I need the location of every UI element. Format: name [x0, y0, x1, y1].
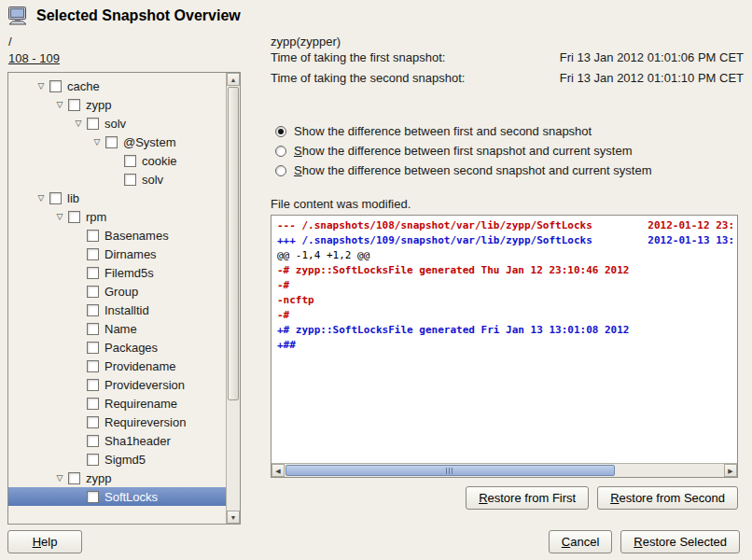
tree-item-filemd5s[interactable]: Filemd5s — [8, 263, 226, 282]
restore-from-second-button[interactable]: Restore from Second — [597, 486, 738, 510]
tree-item-basenames[interactable]: Basenames — [8, 226, 226, 245]
checkbox-@system[interactable] — [105, 136, 118, 148]
tree-item-label: Providename — [104, 359, 176, 373]
diff-line: +## — [277, 338, 736, 353]
expander-open-icon[interactable]: ▽ — [70, 119, 87, 128]
restore-from-first-button[interactable]: Restore from First — [466, 486, 589, 510]
help-button[interactable]: Help — [7, 530, 82, 553]
checkbox-installtid[interactable] — [87, 304, 99, 316]
tree-item-softlocks[interactable]: SoftLocks — [8, 487, 226, 506]
checkbox-solv[interactable] — [87, 118, 99, 130]
tree-item-solv[interactable]: ▽solv — [8, 114, 226, 133]
checkbox-zypp[interactable] — [68, 99, 80, 111]
checkbox-requireversion[interactable] — [87, 416, 99, 428]
diff-scrollbar-thumb[interactable] — [285, 465, 615, 476]
cancel-button[interactable]: Cancel — [549, 530, 612, 553]
radio-unselected-icon[interactable] — [275, 165, 286, 176]
checkbox-group[interactable] — [87, 286, 99, 298]
tree-item-lib[interactable]: ▽lib — [8, 189, 226, 207]
checkbox-cache[interactable] — [49, 80, 62, 92]
radio-selected-icon[interactable] — [275, 126, 286, 137]
tree-item-label: @System — [123, 135, 176, 149]
checkbox-provideversion[interactable] — [87, 379, 99, 391]
expander-open-icon[interactable]: ▽ — [51, 100, 68, 109]
scroll-down-arrow-icon[interactable]: ▼ — [227, 511, 240, 524]
tree-item-dirnames[interactable]: Dirnames — [8, 245, 226, 263]
restore-buttons-row: Restore from First Restore from Second — [271, 486, 738, 510]
tree-item-label: SoftLocks — [104, 490, 158, 504]
tree-item-label: Basenames — [104, 229, 169, 243]
snapshot-name: zypp(zypper) — [271, 35, 341, 49]
tree-item-group[interactable]: Group — [8, 282, 226, 301]
tree-item-requirename[interactable]: Requirename — [8, 394, 226, 413]
diff-mode-radio-group: Show the difference between first and se… — [275, 121, 652, 180]
tree-item-requireversion[interactable]: Requireversion — [8, 413, 226, 431]
diff-horizontal-scrollbar[interactable]: ◀ ▶ — [272, 463, 737, 477]
tree-item-label: Group — [104, 285, 138, 299]
checkbox-providename[interactable] — [87, 360, 99, 372]
expander-open-icon[interactable]: ▽ — [33, 193, 49, 203]
restore-from-first-label: Restore from First — [479, 491, 576, 505]
tree-item-provideversion[interactable]: Provideversion — [8, 375, 226, 394]
diff-line: -# zypp::SoftLocksFile generated Thu Jan… — [277, 263, 736, 278]
tree-item-cache[interactable]: ▽cache — [8, 77, 226, 95]
expander-open-icon[interactable]: ▽ — [33, 81, 49, 91]
radio-diff-first-second[interactable]: Show the difference between first and se… — [275, 121, 652, 141]
restore-selected-button[interactable]: Restore Selected — [620, 530, 740, 553]
checkbox-requirename[interactable] — [87, 398, 99, 410]
scroll-left-arrow-icon[interactable]: ◀ — [272, 464, 285, 477]
checkbox-solv[interactable] — [124, 174, 136, 186]
radio-unselected-icon[interactable] — [275, 146, 286, 157]
tree-item-rpm[interactable]: ▽rpm — [8, 207, 226, 226]
restore-selected-label: Restore Selected — [634, 535, 727, 549]
tree-vertical-scrollbar[interactable]: ▲ ▼ — [226, 73, 240, 524]
tree-item-label: rpm — [86, 210, 106, 224]
tree-item-label: Sha1header — [104, 434, 171, 448]
tree-item-label: Provideversion — [104, 378, 185, 392]
checkbox-filemd5s[interactable] — [87, 267, 99, 279]
radio-diff-second-current[interactable]: Show the difference between second snaps… — [275, 161, 652, 180]
tree-item-providename[interactable]: Providename — [8, 357, 226, 375]
tree-item-zypp[interactable]: ▽zypp — [8, 95, 226, 114]
tree-item-sigmd5[interactable]: Sigmd5 — [8, 450, 226, 469]
radio-diff-second-current-label: Show the difference between second snaps… — [294, 163, 652, 177]
diff-line: @@ -1,4 +1,2 @@ — [277, 248, 736, 263]
scroll-right-arrow-icon[interactable]: ▶ — [724, 464, 737, 477]
tree-item-solv[interactable]: solv — [8, 170, 226, 189]
checkbox-zypp[interactable] — [68, 472, 80, 484]
tree-item-zypp[interactable]: ▽zypp — [8, 469, 226, 487]
tree-item-label: zypp — [86, 471, 111, 485]
tree-item-cookie[interactable]: cookie — [8, 151, 226, 170]
tree-item-name[interactable]: Name — [8, 319, 226, 338]
tree-item-label: Packages — [104, 341, 158, 355]
application-icon — [7, 5, 29, 27]
checkbox-cookie[interactable] — [124, 155, 136, 167]
expander-open-icon[interactable]: ▽ — [89, 137, 105, 147]
checkbox-sigmd5[interactable] — [87, 454, 99, 466]
tree-item-installtid[interactable]: Installtid — [8, 301, 226, 319]
checkbox-lib[interactable] — [49, 192, 62, 204]
dialog-buttons-row: Cancel Restore Selected — [549, 530, 740, 553]
file-status-text: File content was modified. — [271, 197, 411, 211]
tree-item-sha1header[interactable]: Sha1header — [8, 431, 226, 450]
first-snapshot-time-value: Fri 13 Jan 2012 01:01:06 PM CET — [560, 50, 744, 64]
tree-scrollbar-thumb[interactable] — [228, 87, 239, 400]
checkbox-softlocks[interactable] — [87, 491, 99, 503]
checkbox-packages[interactable] — [87, 342, 99, 354]
tree-item-packages[interactable]: Packages — [8, 338, 226, 357]
tree-item-label: Name — [104, 322, 137, 336]
diff-content: --- /.snapshots/108/snapshot/var/lib/zyp… — [277, 218, 736, 462]
checkbox-dirnames[interactable] — [87, 248, 99, 260]
checkbox-sha1header[interactable] — [87, 435, 99, 447]
scroll-up-arrow-icon[interactable]: ▲ — [227, 73, 240, 86]
restore-from-second-label: Restore from Second — [610, 491, 725, 505]
cancel-button-label: Cancel — [562, 535, 599, 549]
expander-open-icon[interactable]: ▽ — [51, 473, 68, 483]
radio-diff-first-current[interactable]: Show the difference between first snapsh… — [275, 141, 652, 161]
tree-item-@system[interactable]: ▽@System — [8, 133, 226, 151]
checkbox-name[interactable] — [87, 323, 99, 335]
tree-rows: ▽cache▽zypp▽solv▽@Systemcookiesolv▽lib▽r… — [8, 77, 226, 524]
expander-open-icon[interactable]: ▽ — [51, 212, 68, 221]
checkbox-rpm[interactable] — [68, 211, 80, 223]
checkbox-basenames[interactable] — [87, 230, 99, 242]
